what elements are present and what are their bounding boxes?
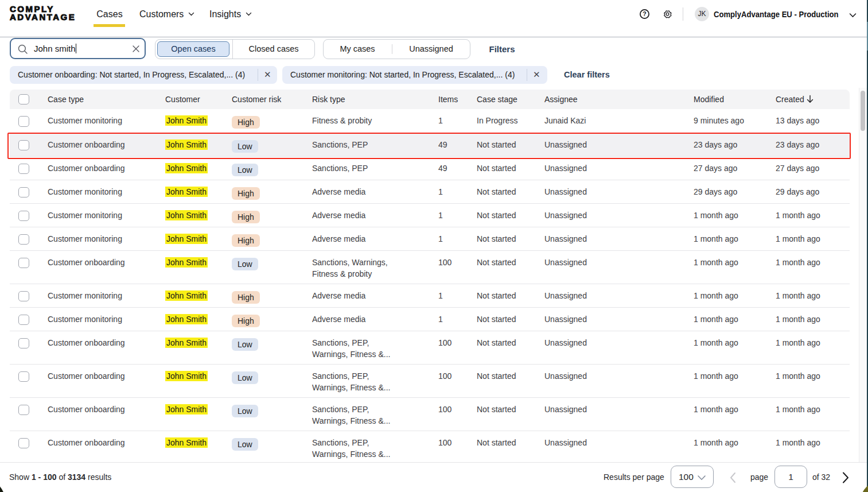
svg-text:?: ? xyxy=(643,10,646,17)
